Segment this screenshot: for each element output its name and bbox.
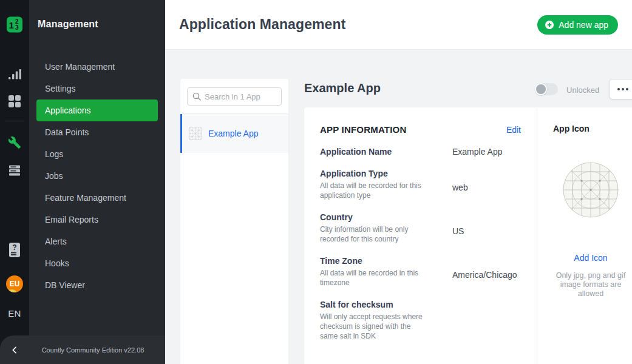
field-value: America/Chicago	[452, 256, 517, 288]
sidebar-footer: Countly Community Edition v22.08	[0, 335, 165, 364]
app-information-section: APP INFORMATION Edit Application Name Ex…	[304, 107, 537, 364]
user-avatar[interactable]: EU	[6, 275, 23, 292]
apps-grid-icon[interactable]	[8, 95, 21, 108]
add-new-app-button[interactable]: Add new app	[537, 15, 618, 35]
field-label: Country	[320, 212, 452, 222]
edit-link[interactable]: Edit	[506, 125, 521, 135]
version-label: Countly Community Edition v22.08	[29, 346, 165, 354]
field-value: web	[452, 169, 468, 200]
sidebar-item-alerts[interactable]: Alerts	[29, 231, 165, 252]
chevron-left-icon	[10, 345, 19, 355]
search-icon	[192, 92, 202, 101]
field-application-name: Application Name Example App	[320, 147, 521, 157]
database-server-icon[interactable]	[8, 164, 21, 177]
field-label: Application Type	[320, 169, 452, 178]
application-management-screen: 1 2 3	[0, 0, 632, 364]
management-menu: Management User Management Settings Appl…	[29, 0, 165, 364]
rail-divider	[5, 121, 24, 121]
collapse-sidebar-button[interactable]	[0, 345, 29, 355]
sidebar-item-logs[interactable]: Logs	[29, 143, 165, 165]
svg-text:1: 1	[9, 20, 14, 30]
sidebar-icon-rail: 1 2 3	[0, 0, 29, 364]
app-list-item-label: Example App	[208, 129, 259, 138]
field-country: Country City information will be only re…	[320, 212, 521, 244]
plus-circle-icon	[545, 20, 554, 30]
sidebar-item-feature-management[interactable]: Feature Management	[29, 187, 165, 209]
add-new-app-label: Add new app	[559, 20, 608, 30]
language-switcher[interactable]: EN	[8, 308, 21, 318]
field-value: US	[452, 212, 464, 244]
sidebar-item-user-management[interactable]: User Management	[29, 56, 165, 78]
page-title: Application Management	[179, 16, 345, 33]
lock-state-label: Unlocked	[566, 86, 599, 95]
field-label: Time Zone	[320, 256, 452, 266]
app-detail-title: Example App	[304, 81, 381, 95]
content-area: Example App Example App Unlocked APP INF…	[165, 50, 632, 364]
sidebar-item-data-points[interactable]: Data Points	[29, 121, 165, 143]
feedback-help-icon[interactable]: ?	[8, 242, 21, 258]
avatar-initials: EU	[10, 280, 20, 288]
sidebar-item-hooks[interactable]: Hooks	[29, 252, 165, 274]
field-application-type: Application Type All data will be record…	[320, 169, 521, 200]
svg-text:3: 3	[15, 24, 19, 31]
app-icon-heading: App Icon	[537, 124, 632, 133]
countly-logo-icon[interactable]: 1 2 3	[7, 16, 23, 33]
sidebar-item-jobs[interactable]: Jobs	[29, 165, 165, 187]
app-placeholder-icon	[189, 127, 202, 140]
add-icon-link[interactable]: Add Icon	[537, 253, 632, 263]
icon-format-hint: Only jpg, png and gif image formats are …	[554, 271, 628, 298]
sidebar-item-email-reports[interactable]: Email Reports	[29, 209, 165, 231]
analytics-bar-chart-icon[interactable]	[7, 68, 22, 81]
field-label: Application Name	[320, 147, 452, 157]
more-options-button[interactable]	[609, 79, 632, 99]
menu-title: Management	[38, 19, 98, 30]
sidebar-item-applications[interactable]: Applications	[36, 99, 158, 121]
svg-text:?: ?	[12, 243, 16, 252]
field-value: Example App	[452, 147, 503, 157]
menu-list: User Management Settings Applications Da…	[29, 56, 165, 296]
lock-toggle-knob	[535, 83, 547, 95]
lock-toggle[interactable]	[535, 83, 558, 95]
app-icon-panel: App Icon	[537, 107, 632, 364]
management-wrench-icon[interactable]	[8, 136, 21, 149]
field-description: City information will be only recorded f…	[320, 224, 429, 244]
app-search	[187, 87, 282, 106]
field-salt-for-checksum: Salt for checksum Will only accept reque…	[320, 300, 521, 341]
page-header: Application Management Add new app	[165, 0, 632, 50]
field-description: Will only accept requests where checksum…	[320, 312, 429, 341]
sidebar-item-settings[interactable]: Settings	[29, 78, 165, 99]
field-time-zone: Time Zone All data will be recorded in t…	[320, 256, 521, 288]
app-information-heading: APP INFORMATION	[320, 124, 406, 135]
field-label: Salt for checksum	[320, 300, 452, 309]
field-description: All data will be recorded for this appli…	[320, 181, 429, 200]
field-description: All data will be recorded in this timezo…	[320, 268, 429, 288]
app-detail-card: APP INFORMATION Edit Application Name Ex…	[304, 107, 632, 364]
app-icon-placeholder	[563, 162, 619, 218]
app-list-item-example-app[interactable]: Example App	[180, 114, 288, 153]
sidebar-item-db-viewer[interactable]: DB Viewer	[29, 274, 165, 296]
ellipsis-icon	[617, 88, 620, 90]
app-list-panel: Example App	[180, 79, 288, 364]
